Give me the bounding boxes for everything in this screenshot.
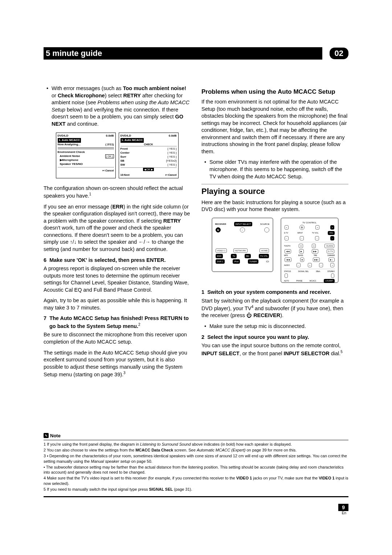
chapter-number: 02 [330, 48, 348, 59]
page-lang: En [44, 511, 348, 515]
step-7: 7 The Auto MCACC Setup has finished! Pre… [44, 315, 191, 330]
paragraph: Be sure to disconnect the microphone fro… [44, 331, 191, 345]
paragraph: A progress report is displayed on-screen… [44, 265, 191, 293]
remote-diagram: RECEIVERINPUT SELECTSOURCE ⏻⌂· VIDEO 1NE… [201, 218, 348, 283]
bullet-mic-disconnect: Make sure the setup mic is disconnected. [201, 323, 348, 330]
page-number: 9 [338, 504, 348, 511]
paragraph: The configuration shown on-screen should… [44, 185, 191, 200]
screen-check: DVD/LD0.0dB 1. Auto MCACC CHECK Front[ Y… [119, 133, 179, 178]
step-r1: 1 Switch on your system components and r… [201, 289, 348, 296]
note-icon: ✎ [44, 433, 49, 438]
onscreen-diagrams: DVD/LD0.0dB 1. Auto MCACC Now Analyzing.… [44, 133, 191, 178]
step-r2: 2 Select the input source you want to pl… [201, 334, 348, 341]
paragraph: Start by switching on the playback compo… [201, 297, 348, 320]
paragraph: You can use the input source buttons on … [201, 342, 348, 357]
section-title: 5 minute guide [44, 47, 322, 60]
bullet-error-retry: With error messages (such as Too much am… [44, 85, 191, 127]
screen-analyzing: DVD/LD0.0dB 1. Auto MCACC Now Analyzing.… [56, 133, 116, 178]
paragraph: The settings made in the Auto MCACC Setu… [44, 349, 191, 378]
heading-playing: Playing a source [201, 184, 348, 197]
step-6: 6 Make sure 'OK' is selected, then press… [44, 257, 191, 264]
footnotes: 1 If you're using the front panel displa… [44, 440, 348, 498]
bullet-tv-interfere: Some older TVs may interfere with the op… [201, 159, 348, 180]
paragraph: Here are the basic instructions for play… [201, 199, 348, 213]
paragraph: If the room environment is not optimal f… [201, 98, 348, 155]
paragraph: If you see an error message (ERR) in the… [44, 203, 191, 253]
heading-problems: Problems when using the Auto MCACC Setup [201, 88, 348, 96]
note-label: Note [50, 433, 61, 438]
paragraph: Again, try to be as quiet as possible wh… [44, 297, 191, 311]
